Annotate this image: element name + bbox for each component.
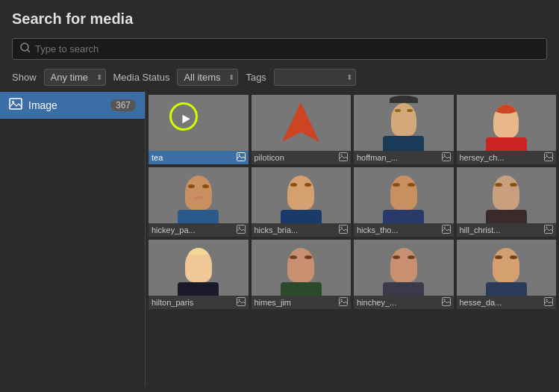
media-name-hicks-tho: hicks_tho... [354,223,454,237]
media-name-hersey: hersey_ch... [457,151,557,164]
svg-rect-23 [340,298,348,306]
media-name-tea: tea [149,151,249,164]
sidebar-image-label: Image [28,99,110,111]
tags-select-wrapper[interactable]: ⬍ [274,69,356,86]
media-thumb-hickey [149,167,249,223]
image-type-icon-8 [544,225,553,235]
svg-point-26 [443,299,445,301]
media-item-hoffman[interactable]: hoffman_... [354,95,454,164]
media-item-hill-christ[interactable]: hill_christ... [457,167,557,237]
svg-rect-27 [545,298,553,306]
svg-point-22 [238,299,240,301]
svg-rect-9 [442,153,450,161]
media-thumb-hinchey [354,240,454,296]
image-type-icon-4 [544,152,553,163]
status-select[interactable]: All items [177,69,238,86]
image-type-icon-11 [442,297,451,308]
media-item-hilton-paris[interactable]: hilton_paris [149,240,249,309]
image-type-icon-12 [544,297,553,308]
svg-point-16 [341,227,343,228]
show-label: Show [12,72,37,83]
svg-marker-6 [282,102,319,142]
image-type-icon-3 [442,152,451,163]
svg-rect-13 [237,225,245,234]
svg-point-18 [443,227,445,228]
svg-point-12 [546,155,548,156]
svg-point-24 [341,299,343,301]
page-header: Search for media [0,0,559,34]
page-title: Search for media [12,10,547,28]
media-thumb-hilton-paris [149,240,249,296]
media-item-hicks-tho[interactable]: hicks_tho... [354,167,454,237]
media-grid: tea piloticon [146,92,559,387]
media-name-piloticon: piloticon [252,151,352,164]
image-type-icon-7 [442,225,451,235]
svg-rect-25 [442,298,450,306]
media-item-piloticon[interactable]: piloticon [252,95,352,164]
search-input[interactable] [35,43,539,55]
svg-point-3 [12,101,14,103]
media-item-hersey[interactable]: hersey_ch... [457,95,557,164]
media-item-tea[interactable]: tea [149,95,249,164]
svg-point-0 [21,43,28,51]
media-thumb-hersey [457,95,557,151]
media-item-hinchey[interactable]: hinchey_... [354,240,454,309]
filter-row: Show Any time ⬍ Media Status All items ⬍… [0,66,559,92]
media-thumb-himes-jim [252,240,352,296]
media-thumb-hoffman [354,95,454,151]
svg-rect-21 [237,298,245,306]
image-type-icon-2 [339,152,348,163]
svg-point-14 [238,227,240,228]
media-name-himes-jim: himes_jim [252,296,352,309]
media-thumb-tea [149,95,249,151]
sidebar: Image 367 [0,92,146,387]
media-item-hesse-da[interactable]: hesse_da... [457,240,557,309]
status-select-wrapper[interactable]: All items ⬍ [177,69,238,86]
media-item-hickey[interactable]: hickey_pa... [149,167,249,237]
image-type-icon-10 [339,297,348,308]
show-select-wrapper[interactable]: Any time ⬍ [44,69,106,86]
image-icon [9,98,22,113]
media-name-hickey: hickey_pa... [149,223,249,237]
media-name-hesse-da: hesse_da... [457,296,557,309]
media-thumb-hicks-tho [354,167,454,223]
svg-rect-17 [442,225,450,234]
media-thumb-hicks-bria [252,167,352,223]
media-thumb-hesse-da [457,240,557,296]
svg-line-1 [28,50,30,52]
svg-rect-11 [545,153,553,161]
svg-point-20 [546,227,548,228]
svg-rect-2 [10,99,22,109]
media-item-himes-jim[interactable]: himes_jim [252,240,352,309]
svg-point-28 [546,299,548,301]
media-name-hicks-bria: hicks_bria... [252,223,352,237]
media-item-hicks-bria[interactable]: hicks_bria... [252,167,352,237]
svg-point-10 [443,155,445,156]
show-select[interactable]: Any time [44,69,106,86]
image-type-icon-6 [339,225,348,235]
image-type-icon-9 [237,297,246,308]
svg-rect-4 [237,153,245,161]
media-thumb-hill-christ [457,167,557,223]
image-type-icon-5 [237,225,246,235]
sidebar-item-image[interactable]: Image 367 [0,92,145,119]
svg-point-8 [341,155,343,156]
media-status-label: Media Status [113,72,170,83]
svg-rect-19 [545,225,553,234]
svg-point-5 [238,155,240,156]
tags-select[interactable] [274,69,356,86]
tags-label: Tags [246,72,266,83]
media-name-hill-christ: hill_christ... [457,223,557,237]
svg-rect-7 [340,153,348,161]
svg-rect-15 [340,225,348,234]
media-name-hoffman: hoffman_... [354,151,454,164]
media-name-hilton-paris: hilton_paris [149,296,249,309]
main-content: Image 367 tea [0,92,559,387]
sidebar-image-count: 367 [110,99,136,111]
search-icon [20,43,31,55]
search-bar[interactable] [12,38,547,60]
media-name-hinchey: hinchey_... [354,296,454,309]
media-thumb-piloticon [252,95,352,151]
image-type-icon [237,152,246,163]
